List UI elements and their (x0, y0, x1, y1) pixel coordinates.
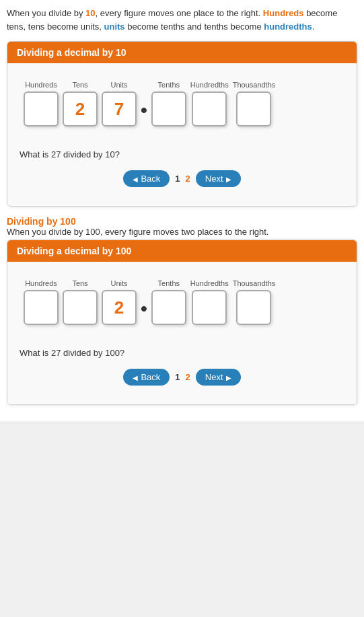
box-tens-1: 2 (63, 92, 98, 126)
section1-body: Hundreds Tens 2 Units 7 • Tenths (7, 63, 357, 206)
section2-body: Hundreds Tens Units 2 • Tenths (7, 262, 357, 404)
decimal-dot-1: • (141, 100, 147, 126)
box-hundreds-1 (24, 92, 59, 126)
col-hundreds-2: Hundreds (24, 279, 59, 325)
box-units-2: 2 (102, 290, 137, 325)
box-hundreds-2 (24, 290, 59, 325)
page-wrapper: When you divide by 10, every figure move… (0, 0, 364, 421)
section2-next-button[interactable]: Next (196, 369, 241, 386)
next-arrow-icon-1 (226, 174, 231, 184)
section2-page-1[interactable]: 1 (175, 372, 180, 382)
back-label-1: Back (141, 174, 160, 184)
section1-title: Dividing a decimal by 10 (17, 47, 126, 58)
box-tens-2 (63, 290, 98, 325)
section1-header: Dividing a decimal by 10 (7, 42, 357, 63)
next-arrow-icon-2 (226, 372, 231, 382)
section2-page-2[interactable]: 2 (186, 372, 190, 382)
section1-place-value-row: Hundreds Tens 2 Units 7 • Tenths (17, 74, 347, 126)
label-tenths-2: Tenths (158, 279, 180, 287)
col-tenths-1: Tenths (151, 81, 186, 126)
label-hundreds-1: Hundreds (25, 81, 57, 89)
label-tens-2: Tens (72, 279, 87, 287)
box-units-1: 7 (102, 92, 137, 126)
section2-card: Dividing a decimal by 100 Hundreds Tens … (7, 240, 357, 405)
col-thousandths-2: Thousandths (233, 279, 276, 325)
section2-title: Dividing a decimal by 100 (17, 246, 131, 256)
col-tenths-2: Tenths (151, 279, 186, 325)
col-thousandths-1: Thousandths (233, 81, 276, 126)
col-hundredths-2: Hundredths (190, 279, 229, 325)
section2-pagination: Back 1 2 Next (17, 369, 347, 394)
section2-place-value-row: Hundreds Tens Units 2 • Tenths (17, 273, 347, 325)
back-arrow-icon-2 (133, 372, 138, 382)
col-tens-1: Tens 2 (63, 81, 98, 126)
section1-card: Dividing a decimal by 10 Hundreds Tens 2… (7, 41, 357, 207)
highlight-10: 10 (85, 8, 95, 18)
highlight-hundreds: Hundreds (263, 8, 304, 18)
col-tens-2: Tens (63, 279, 98, 325)
intro-text: When you divide by 10, every figure move… (7, 7, 357, 33)
section2-intro: Dividing by 100 When you divide by 100, … (7, 216, 357, 237)
section2-back-button[interactable]: Back (123, 369, 170, 386)
label-hundredths-2: Hundredths (190, 279, 229, 287)
label-tens-1: Tens (72, 81, 87, 89)
section2-intro-title: Dividing by 100 (7, 216, 357, 227)
box-tenths-2 (151, 290, 186, 325)
label-tenths-1: Tenths (158, 81, 180, 89)
box-thousandths-1 (236, 92, 271, 126)
col-hundredths-1: Hundredths (190, 81, 229, 126)
label-thousandths-1: Thousandths (233, 81, 276, 89)
col-units-2: Units 2 (102, 279, 137, 325)
section1-next-button[interactable]: Next (196, 170, 241, 187)
back-label-2: Back (141, 372, 160, 382)
label-hundredths-1: Hundredths (190, 81, 229, 89)
section2-question: What is 27 divided by 100? (20, 348, 347, 358)
box-hundredths-1 (192, 92, 227, 126)
highlight-hundredths: hundredths (264, 22, 312, 32)
section1-back-button[interactable]: Back (123, 170, 170, 187)
label-units-1: Units (110, 81, 127, 89)
section2-header: Dividing a decimal by 100 (7, 240, 357, 262)
col-hundreds-1: Hundreds (24, 81, 59, 126)
back-arrow-icon-1 (133, 174, 138, 184)
label-thousandths-2: Thousandths (233, 279, 276, 287)
box-thousandths-2 (236, 290, 271, 325)
section2-intro-subtitle: When you divide by 100, every figure mov… (7, 227, 357, 237)
next-label-2: Next (205, 372, 223, 382)
box-tenths-1 (151, 92, 186, 126)
decimal-dot-2: • (141, 298, 147, 325)
col-units-1: Units 7 (102, 81, 137, 126)
section1-pagination: Back 1 2 Next (17, 170, 347, 195)
box-hundredths-2 (192, 290, 227, 325)
label-units-2: Units (110, 279, 127, 287)
section1-question: What is 27 divided by 10? (20, 149, 347, 159)
highlight-units: units (104, 22, 125, 32)
section1-page-1[interactable]: 1 (175, 174, 180, 184)
label-hundreds-2: Hundreds (25, 279, 57, 287)
section1-page-2[interactable]: 2 (186, 174, 190, 184)
next-label-1: Next (205, 174, 223, 184)
